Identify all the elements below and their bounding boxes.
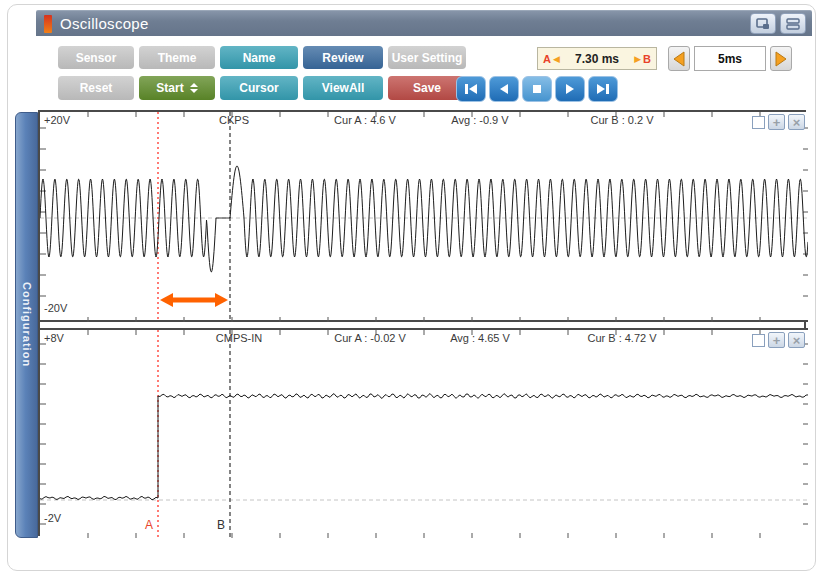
cmps-cursor-a-readout: Cur A : -0.02 V [334, 332, 406, 344]
window-title: Oscilloscope [60, 15, 149, 32]
ckps-trace [40, 166, 808, 272]
cmps-expand-button[interactable]: + [768, 332, 785, 348]
cursor-time-display: A ◀ 7.30 ms ▶ B [537, 47, 657, 70]
skip-to-start-icon [464, 83, 478, 95]
ckps-cursor-a-readout: Cur A : 4.6 V [334, 114, 396, 126]
channel-cmps-plot[interactable]: +8V -2V CMPS-IN Cur A : -0.02 V Avg : 4.… [40, 328, 808, 536]
start-button-label: Start [156, 81, 183, 95]
ckps-name-label: CKPS [219, 114, 249, 126]
name-button[interactable]: Name [220, 46, 298, 69]
skip-to-end-button[interactable] [588, 76, 618, 102]
stop-icon [530, 83, 544, 95]
cursor-span-arrow [160, 293, 228, 307]
theme-button[interactable]: Theme [139, 46, 215, 69]
step-back-button[interactable] [489, 76, 519, 102]
titlebar: Oscilloscope [36, 10, 812, 36]
scope-panel: +20V -20V CKPS Cur A : 4.6 V Avg : -0.9 … [38, 110, 806, 536]
review-button[interactable]: Review [303, 46, 383, 69]
play-icon [563, 83, 577, 95]
tile-windows-icon [786, 18, 800, 30]
ckps-visibility-checkbox[interactable] [752, 116, 765, 129]
titlebar-buttons [750, 13, 806, 34]
cmps-avg-readout: Avg : 4.65 V [450, 332, 510, 344]
ckps-avg-readout: Avg : -0.9 V [451, 114, 508, 126]
cursor-b-jump[interactable]: B [643, 53, 651, 65]
play-button[interactable] [555, 76, 585, 102]
cursor-b-arrow-icon: ▶ [634, 54, 641, 64]
sensor-button[interactable]: Sensor [58, 46, 134, 69]
configuration-tab-label: Configuration [21, 282, 33, 367]
close-icon: × [793, 333, 801, 348]
step-back-icon [497, 83, 511, 95]
skip-to-start-button[interactable] [456, 76, 486, 102]
screen: Oscilloscope Sensor Theme Name Review Us… [0, 0, 824, 580]
cursor-a-tag[interactable]: A [145, 518, 153, 532]
left-arrow-icon [673, 51, 685, 67]
ckps-cursor-b-readout: Cur B : 0.2 V [591, 114, 654, 126]
cmps-cursor-b-readout: Cur B : 4.72 V [587, 332, 656, 344]
cmps-name-label: CMPS-IN [216, 332, 262, 344]
ckps-controls: + × [752, 114, 805, 130]
cursor-delta-time: 7.30 ms [562, 52, 632, 66]
ckps-expand-button[interactable]: + [768, 114, 785, 130]
cascade-windows-button[interactable] [750, 13, 776, 34]
plus-icon: + [773, 333, 781, 348]
stop-button[interactable] [522, 76, 552, 102]
ckps-max-label: +20V [44, 114, 70, 126]
cascade-windows-icon [756, 18, 770, 30]
close-icon: × [793, 115, 801, 130]
cmps-visibility-checkbox[interactable] [752, 334, 765, 347]
app-icon [44, 15, 52, 33]
start-spinner-icon [190, 83, 198, 93]
skip-to-end-icon [596, 83, 610, 95]
ckps-min-label: -20V [44, 302, 67, 314]
tile-windows-button[interactable] [780, 13, 806, 34]
timebase-decrease-button[interactable] [668, 46, 690, 71]
cmps-close-button[interactable]: × [788, 332, 805, 348]
cursor-a-jump[interactable]: A [543, 53, 551, 65]
timebase-value: 5ms [694, 46, 766, 71]
user-setting-button[interactable]: User Setting [388, 46, 466, 69]
plus-icon: + [773, 115, 781, 130]
cmps-max-label: +8V [44, 332, 64, 344]
reset-button[interactable]: Reset [58, 76, 134, 100]
cmps-controls: + × [752, 332, 805, 348]
cursor-button[interactable]: Cursor [220, 76, 298, 100]
right-arrow-icon [775, 51, 787, 67]
configuration-tab[interactable]: Configuration [15, 112, 38, 538]
cmps-min-label: -2V [44, 512, 61, 524]
ckps-close-button[interactable]: × [788, 114, 805, 130]
channel-ckps-plot[interactable]: +20V -20V CKPS Cur A : 4.6 V Avg : -0.9 … [40, 112, 808, 322]
viewall-button[interactable]: ViewAll [303, 76, 383, 100]
timebase-increase-button[interactable] [770, 46, 792, 71]
save-button[interactable]: Save [388, 76, 466, 100]
ckps-waveform-svg [40, 112, 808, 322]
cursor-b-tag[interactable]: B [217, 518, 225, 532]
start-button[interactable]: Start [139, 76, 215, 100]
cmps-waveform-svg [40, 330, 808, 538]
cmps-trace [40, 394, 808, 500]
cursor-a-arrow-icon: ◀ [553, 54, 560, 64]
